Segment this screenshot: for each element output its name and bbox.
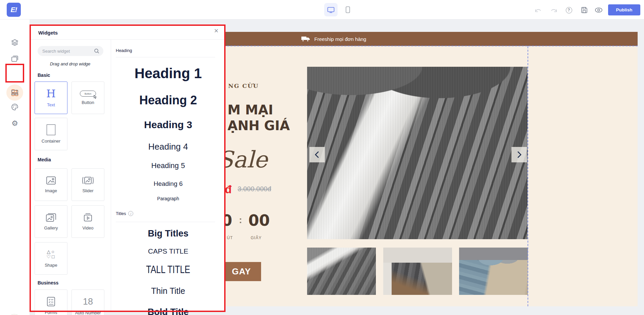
widget-card-shape[interactable]: △○ ♡□ Shape <box>35 242 67 275</box>
redo-button[interactable] <box>550 6 558 14</box>
preview-thin-title[interactable]: Thin Title <box>111 286 226 296</box>
sections-icon <box>11 89 19 95</box>
container-widget-icon <box>47 124 55 135</box>
desktop-icon <box>327 7 335 13</box>
widgets-panel: Widgets × Drag and drop widge Basic H Te… <box>30 24 226 312</box>
section-guide-vertical <box>528 46 528 306</box>
preview-heading-3[interactable]: Heading 3 <box>111 119 226 130</box>
buy-now-button[interactable]: GAY <box>222 262 261 281</box>
eye-icon <box>595 7 603 13</box>
widget-card-button[interactable]: Button Button <box>71 82 104 114</box>
widget-card-video[interactable]: Video <box>71 205 104 238</box>
auto-number-widget-icon: 18 <box>83 297 93 307</box>
sidebar-item-theme[interactable] <box>10 103 19 111</box>
widget-card-container[interactable]: Container <box>35 118 67 150</box>
preview-big-titles[interactable]: Big Titles <box>111 228 226 239</box>
preview-heading-label: Heading <box>116 48 132 53</box>
mobile-view-button[interactable] <box>341 3 354 16</box>
video-widget-icon <box>83 213 93 222</box>
sidebar-item-settings[interactable]: ⚙ <box>10 119 19 127</box>
widget-card-forms[interactable]: Forms <box>35 290 67 315</box>
preview-bold-title[interactable]: Bold Title <box>111 307 226 315</box>
widget-card-auto-number[interactable]: 18 Auto Number <box>71 290 104 315</box>
top-bar: E! ? Publish <box>0 0 644 19</box>
publish-button[interactable]: Publish <box>608 4 640 15</box>
section-label-basic: Basic <box>38 72 50 78</box>
widget-label: Gallery <box>44 225 58 230</box>
undo-icon <box>535 8 542 12</box>
knit-texture <box>307 248 376 295</box>
image-widget-icon <box>46 176 56 185</box>
sale-price[interactable]: đ <box>225 183 232 196</box>
search-input[interactable] <box>38 46 103 56</box>
preview-heading-2[interactable]: Heading 2 <box>111 93 226 107</box>
preview-paragraph[interactable]: Paragraph <box>111 196 226 201</box>
desktop-view-button[interactable] <box>324 3 338 16</box>
app-logo[interactable]: E! <box>7 3 21 17</box>
preview-heading-6[interactable]: Heading 6 <box>111 180 226 188</box>
panel-title: Widgets <box>38 30 58 36</box>
product-thumbnail-2[interactable] <box>383 248 452 295</box>
sidebar-item-layers[interactable] <box>10 38 19 47</box>
countdown-seconds-label: GIÂY <box>251 235 262 240</box>
knit-texture <box>307 67 528 239</box>
widget-card-image[interactable]: Image <box>35 168 67 201</box>
chevron-right-icon <box>516 151 522 158</box>
preview-heading-5[interactable]: Heading 5 <box>111 161 226 170</box>
product-main-image[interactable] <box>307 67 528 239</box>
left-sidebar: ⚙ <box>0 19 30 315</box>
hero-headline-line2[interactable]: ẠNH GIÁ <box>228 118 290 133</box>
widget-label: Auto Number <box>75 310 101 315</box>
hero-headline-line1[interactable]: M MẠI <box>228 102 273 117</box>
widget-card-text[interactable]: H Text <box>35 82 67 114</box>
preview-button[interactable] <box>595 6 603 14</box>
undo-button[interactable] <box>534 6 542 14</box>
countdown-seconds[interactable]: 00 <box>248 211 270 229</box>
buy-now-label: GAY <box>232 266 251 277</box>
palette-icon <box>11 103 19 111</box>
widget-label: Forms <box>45 310 57 315</box>
divider <box>116 222 215 222</box>
countdown-separator: : <box>239 215 242 225</box>
widget-label: Image <box>45 188 57 193</box>
widget-card-gallery[interactable]: Gallery <box>35 205 67 238</box>
mobile-icon <box>346 6 350 13</box>
editor-stage: Freeship mọi đơn hàng NG CỪU M MẠI ẠNH G… <box>0 0 644 315</box>
shape-widget-icon: △○ ♡□ <box>46 249 55 259</box>
widget-label: Shape <box>45 263 57 268</box>
hero-eyebrow-text[interactable]: NG CỪU <box>228 83 259 89</box>
save-button[interactable] <box>580 6 588 14</box>
pointer-icon <box>93 95 97 99</box>
old-price[interactable]: 3.000.000đ <box>238 185 271 193</box>
widget-label: Container <box>42 139 60 144</box>
product-thumbnail-3[interactable] <box>459 248 528 295</box>
search-icon <box>94 48 99 55</box>
sidebar-item-sections[interactable] <box>10 88 19 97</box>
gear-icon: ⚙ <box>11 119 18 127</box>
carousel-prev-button[interactable] <box>309 147 325 162</box>
preview-heading-4[interactable]: Heading 4 <box>111 142 226 152</box>
banner-text: Freeship mọi đơn hàng <box>314 36 366 42</box>
product-thumbnail-1[interactable] <box>307 248 376 295</box>
help-button[interactable]: ? <box>565 6 573 14</box>
widget-card-slider[interactable]: Slider <box>71 168 104 201</box>
preview-tall-title[interactable]: TALL TITLE <box>111 263 226 275</box>
close-icon[interactable]: × <box>214 27 218 35</box>
redo-icon <box>550 8 557 12</box>
truck-icon <box>301 36 310 42</box>
section-label-business: Business <box>38 280 58 285</box>
sidebar-item-pages[interactable] <box>10 54 19 63</box>
drag-hint-text: Drag and drop widge <box>30 61 111 66</box>
preview-heading-1[interactable]: Heading 1 <box>111 65 226 82</box>
layers-icon <box>11 39 19 47</box>
help-icon: ? <box>566 7 572 13</box>
carousel-next-button[interactable] <box>511 147 527 162</box>
gallery-widget-icon <box>46 213 56 222</box>
widget-label: Text <box>47 102 55 107</box>
button-widget-icon: Button <box>80 91 96 97</box>
save-icon <box>581 7 588 13</box>
widget-label: Slider <box>82 188 93 193</box>
info-icon[interactable]: i <box>128 211 133 216</box>
chevron-left-icon <box>314 151 320 158</box>
preview-caps-title[interactable]: CAPS TITLE <box>111 247 226 255</box>
